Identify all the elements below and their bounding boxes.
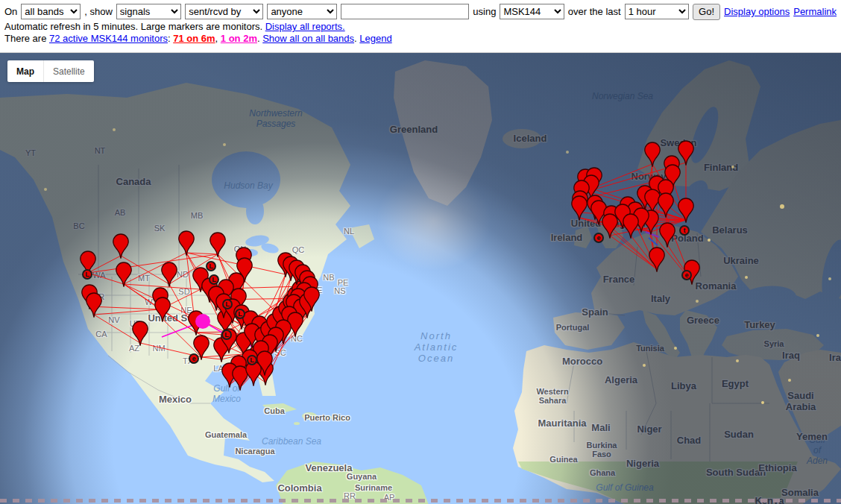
show-all-bands-link[interactable]: Show all on all bands	[262, 33, 354, 44]
report-badge-marker[interactable]: t	[679, 225, 690, 236]
map-canvas[interactable]: Northwestern PassagesHudson BayNorwegian…	[0, 52, 841, 504]
display-all-reports-link[interactable]: Display all reports.	[265, 21, 345, 32]
using-label: using	[473, 6, 496, 17]
report-badge-marker[interactable]: L	[235, 309, 245, 319]
active-monitors-link[interactable]: 72 active MSK144 monitors	[49, 33, 168, 44]
show-label: , show	[84, 6, 113, 17]
query-toolbar: On all bands , show signals sent/rcvd by…	[4, 2, 837, 21]
sent-rcvd-select[interactable]: sent/rcvd by	[185, 4, 263, 19]
mode-select[interactable]: MSK144	[500, 4, 564, 19]
monitor-marker[interactable]	[643, 142, 661, 168]
monitors-6m-link[interactable]: 71 on 6m	[173, 33, 215, 44]
go-button[interactable]: Go!	[693, 4, 720, 20]
monitor-marker[interactable]	[177, 230, 195, 256]
permalink-link[interactable]: Permalink	[793, 6, 837, 17]
signals-select[interactable]: signals	[116, 4, 181, 19]
report-badge-marker[interactable]: L	[206, 261, 216, 271]
over-last-label: over the last	[568, 6, 621, 17]
monitor-marker[interactable]	[85, 292, 103, 318]
time-select[interactable]: 1 hour	[625, 4, 689, 19]
monitor-marker[interactable]	[658, 222, 676, 248]
header: On all bands , show signals sent/rcvd by…	[0, 0, 841, 52]
monitor-marker[interactable]	[112, 233, 130, 259]
there-are-label: There are	[4, 33, 46, 44]
monitor-marker[interactable]	[115, 262, 133, 288]
report-badge-marker[interactable]: L	[209, 274, 219, 285]
monitors-2m-link[interactable]: 1 on 2m	[221, 33, 257, 44]
band-select[interactable]: all bands	[21, 4, 81, 19]
legend-link[interactable]: Legend	[359, 33, 391, 44]
monitor-marker[interactable]	[131, 321, 149, 347]
map-type-satellite-button[interactable]: Satellite	[43, 60, 94, 82]
callsign-input[interactable]	[341, 4, 469, 19]
report-badge-marker[interactable]: e	[189, 353, 199, 364]
monitor-marker[interactable]	[677, 198, 695, 224]
report-badge-marker[interactable]: e	[593, 233, 604, 243]
monitor-marker[interactable]	[160, 262, 178, 288]
report-badge-marker[interactable]: L	[221, 330, 232, 340]
monitor-marker[interactable]	[648, 247, 666, 273]
monitor-marker[interactable]	[303, 286, 321, 312]
map-type-control: Map Satellite	[7, 60, 94, 82]
report-badge-marker[interactable]: L	[222, 299, 233, 309]
anyone-select[interactable]: anyone	[267, 4, 337, 19]
monitor-marker[interactable]	[256, 350, 274, 377]
selected-2m-monitor-marker[interactable]	[195, 314, 210, 329]
on-label: On	[4, 6, 17, 17]
report-badge-marker[interactable]: e	[681, 270, 692, 280]
report-badge-marker[interactable]: L	[82, 269, 92, 280]
report-badge-marker[interactable]: L	[247, 355, 257, 365]
monitor-marker[interactable]	[154, 297, 171, 323]
refresh-text: Automatic refresh in 5 minutes. Large ma…	[4, 21, 262, 32]
monitors-line: There are 72 active MSK144 monitors: 71 …	[4, 33, 837, 45]
monitor-marker[interactable]	[209, 232, 227, 258]
monitor-marker[interactable]	[622, 213, 640, 239]
display-options-link[interactable]: Display options	[724, 6, 790, 17]
status-line: Automatic refresh in 5 minutes. Large ma…	[4, 21, 837, 33]
map-type-map-button[interactable]: Map	[7, 60, 43, 82]
